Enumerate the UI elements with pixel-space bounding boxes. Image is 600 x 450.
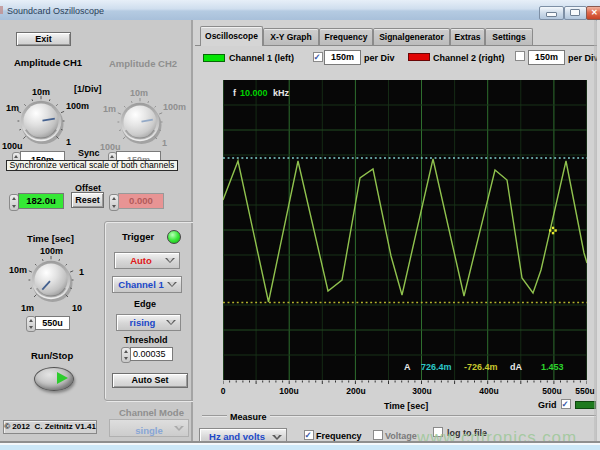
svg-text:10.000: 10.000	[240, 88, 268, 98]
svg-text:A: A	[404, 362, 411, 372]
svg-text:-726.4m: -726.4m	[464, 362, 498, 372]
svg-text:kHz: kHz	[273, 88, 290, 98]
svg-text:dA: dA	[510, 362, 522, 372]
svg-text:726.4m: 726.4m	[421, 362, 452, 372]
svg-text:1.453: 1.453	[541, 362, 564, 372]
